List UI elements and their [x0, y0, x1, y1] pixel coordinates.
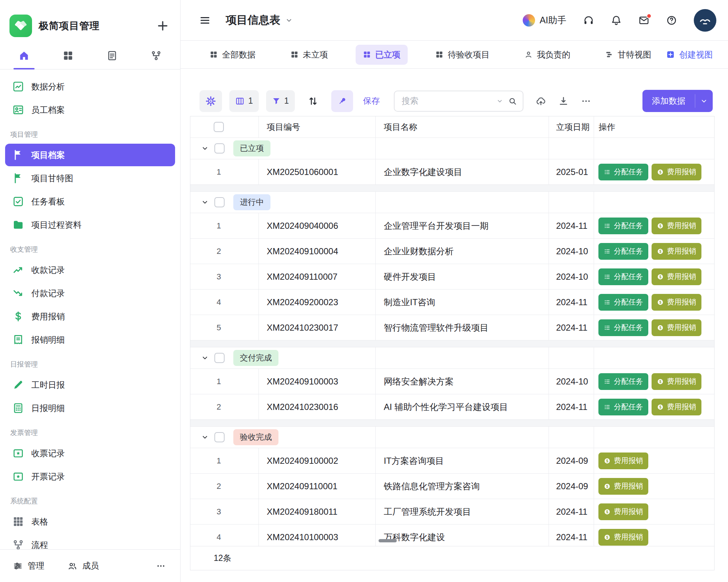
save-button[interactable]: 保存: [363, 95, 380, 107]
view-tab-2[interactable]: 未立项: [283, 45, 335, 65]
manage-button[interactable]: 管理: [13, 560, 44, 571]
expense-report-button[interactable]: $费用报销: [598, 478, 648, 495]
expense-report-button[interactable]: $费用报销: [652, 373, 701, 390]
upload-icon[interactable]: [536, 96, 546, 106]
sidebar-item[interactable]: 费用报销: [5, 305, 175, 328]
sidebar-item[interactable]: 项目过程资料: [5, 214, 175, 236]
column-header-date[interactable]: 立项日期: [549, 116, 594, 137]
select-all-checkbox[interactable]: [214, 122, 224, 132]
sidebar-item[interactable]: 收票记录: [5, 442, 175, 465]
expense-report-button[interactable]: $费用报销: [652, 294, 701, 311]
expense-report-button[interactable]: $费用报销: [598, 503, 648, 520]
horizontal-scrollbar[interactable]: [379, 539, 397, 542]
table-row[interactable]: 2XM202409110001铁路信息化管理方案咨询2024-09$费用报销: [190, 474, 714, 499]
settings-button[interactable]: [199, 90, 222, 112]
table-row[interactable]: 5XM202410230017智行物流管理软件升级项目2024-11分配任务$费…: [190, 315, 714, 340]
assign-task-button[interactable]: 分配任务: [598, 164, 648, 180]
avatar[interactable]: [694, 9, 716, 32]
expense-report-button[interactable]: $费用报销: [652, 319, 701, 336]
search-box[interactable]: [394, 91, 523, 112]
members-button[interactable]: 成员: [68, 560, 99, 571]
title-chevron-icon[interactable]: [285, 17, 293, 24]
chevron-down-icon[interactable]: [496, 98, 503, 104]
mail-icon[interactable]: [638, 15, 649, 26]
column-header-name[interactable]: 项目名称: [376, 116, 549, 137]
group-checkbox[interactable]: [214, 353, 225, 363]
sidebar-item[interactable]: 流程: [5, 534, 175, 549]
chevron-down-icon[interactable]: [201, 354, 209, 362]
expense-report-button[interactable]: $费用报销: [652, 243, 701, 260]
expense-report-button[interactable]: $费用报销: [598, 529, 648, 546]
assign-task-button[interactable]: 分配任务: [598, 399, 648, 415]
table-row[interactable]: 1XM202409100003网络安全解决方案2024-10分配任务$费用报销: [190, 369, 714, 394]
sidebar-item[interactable]: 员工档案: [5, 99, 175, 121]
table-row[interactable]: 1XM202501060001企业数字化建设项目2025-01分配任务$费用报销: [190, 159, 714, 185]
tab-home[interactable]: [2, 42, 46, 69]
create-view-button[interactable]: 创建视图: [666, 49, 713, 60]
column-header-actions[interactable]: 操作: [594, 116, 714, 137]
table-row[interactable]: 4XM202409200023制造业IT咨询2024-11分配任务$费用报销: [190, 290, 714, 315]
headset-icon[interactable]: [583, 15, 594, 26]
sidebar-item[interactable]: 任务看板: [5, 190, 175, 213]
sidebar-item[interactable]: 报销明细: [5, 328, 175, 351]
field-config-button[interactable]: 1: [229, 90, 259, 112]
assign-task-button[interactable]: 分配任务: [598, 243, 648, 260]
filter-button[interactable]: 1: [266, 90, 295, 112]
tab-workflow[interactable]: [134, 42, 178, 69]
sidebar-item[interactable]: 收款记录: [5, 259, 175, 281]
assign-task-button[interactable]: 分配任务: [598, 268, 648, 285]
expense-report-button[interactable]: $费用报销: [652, 268, 701, 285]
sidebar-item[interactable]: 工时日报: [5, 374, 175, 396]
more-icon[interactable]: [581, 96, 591, 106]
assign-task-button[interactable]: 分配任务: [598, 218, 648, 234]
table-row[interactable]: 3XM202409180011工厂管理系统开发项目2024-11$费用报销: [190, 499, 714, 525]
expense-report-button[interactable]: $费用报销: [652, 399, 701, 415]
sort-icon: [308, 96, 318, 106]
group-checkbox[interactable]: [214, 197, 225, 207]
sidebar-item[interactable]: 数据分析: [5, 75, 175, 98]
pin-button[interactable]: [331, 90, 353, 112]
view-tab-6[interactable]: 甘特视图: [598, 45, 658, 65]
add-data-button[interactable]: 添加数据: [642, 90, 713, 112]
table-row[interactable]: 2XM202409100004企业业财数据分析2024-10分配任务$费用报销: [190, 239, 714, 264]
assign-task-button[interactable]: 分配任务: [598, 319, 648, 336]
sidebar-item[interactable]: 项目甘特图: [5, 167, 175, 190]
sidebar-item[interactable]: 日报明细: [5, 397, 175, 419]
ai-assistant-button[interactable]: AI助手: [523, 14, 566, 27]
view-tab-5[interactable]: 我负责的: [517, 45, 578, 65]
chevron-down-icon[interactable]: [201, 145, 209, 152]
table-row[interactable]: 3XM202409110007硬件开发项目2024-10分配任务$费用报销: [190, 264, 714, 290]
table-row[interactable]: 2XM202410230016AI 辅助个性化学习平台建设项目2024-11分配…: [190, 394, 714, 420]
view-tab-1[interactable]: 全部数据: [202, 45, 263, 65]
menu-icon[interactable]: [199, 15, 210, 26]
view-tab-3[interactable]: 已立项: [356, 45, 408, 65]
sidebar-item[interactable]: 开票记录: [5, 465, 175, 488]
assign-task-button[interactable]: 分配任务: [598, 294, 648, 311]
download-icon[interactable]: [558, 96, 569, 106]
sort-button[interactable]: [302, 90, 324, 112]
sidebar-item[interactable]: 项目档案: [5, 144, 175, 166]
search-icon[interactable]: [508, 97, 517, 105]
expense-report-button[interactable]: $费用报销: [652, 164, 701, 180]
sidebar-item[interactable]: 付款记录: [5, 282, 175, 304]
table-row[interactable]: 1XM202409100002IT方案咨询项目2024-09$费用报销: [190, 448, 714, 474]
group-checkbox[interactable]: [214, 432, 225, 442]
group-checkbox[interactable]: [214, 143, 225, 154]
assign-task-button[interactable]: 分配任务: [598, 373, 648, 390]
more-icon[interactable]: [156, 561, 166, 571]
tab-apps[interactable]: [46, 42, 90, 69]
chevron-down-icon[interactable]: [201, 434, 209, 441]
view-tab-4[interactable]: 待验收项目: [428, 45, 497, 65]
help-icon[interactable]: [666, 15, 677, 26]
sidebar-item[interactable]: 表格: [5, 510, 175, 533]
expense-report-button[interactable]: $费用报销: [652, 218, 701, 234]
column-header-code[interactable]: 项目编号: [259, 116, 376, 137]
search-input[interactable]: [402, 96, 491, 106]
tab-docs[interactable]: [90, 42, 134, 69]
table-row[interactable]: 4XM202410100003万科数字化建设2024-11$费用报销: [190, 525, 714, 546]
add-workspace-button[interactable]: [156, 19, 169, 32]
chevron-down-icon[interactable]: [201, 199, 209, 206]
bell-icon[interactable]: [611, 15, 622, 26]
table-row[interactable]: 1XM202409040006企业管理平台开发项目一期2024-11分配任务$费…: [190, 213, 714, 239]
expense-report-button[interactable]: $费用报销: [598, 453, 648, 469]
